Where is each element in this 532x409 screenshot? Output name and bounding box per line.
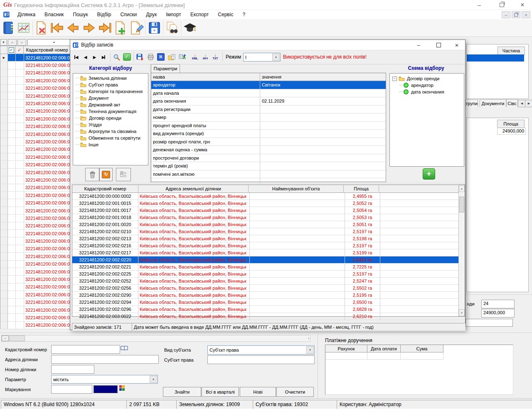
table-row[interactable]: 3221481200:02:006:0 [0, 299, 71, 306]
inv-export-button[interactable]: ↓ІНЧ [201, 52, 210, 62]
mark-cell[interactable] [16, 92, 24, 99]
tree-item[interactable]: Агрогрупи та сівозміна [73, 128, 148, 135]
param-row[interactable]: вид документа (оренди) [151, 130, 386, 138]
scroll-up-button[interactable]: ▲ [459, 185, 465, 192]
mark-cell[interactable] [16, 176, 24, 183]
table-row[interactable]: 3221481200:02:006:0 [0, 261, 71, 268]
row-height-button-1[interactable]: = [8, 39, 17, 46]
action-button-0[interactable]: Знайти [163, 387, 201, 397]
report-button[interactable]: R [157, 52, 165, 62]
table-row[interactable]: 3221481200:02:006:0 [0, 108, 71, 115]
mark-column-header[interactable]: ✓ [15, 46, 24, 54]
check-cell[interactable] [8, 245, 16, 252]
check-cell[interactable] [8, 291, 16, 298]
mark-cell[interactable] [16, 192, 24, 199]
table-row[interactable]: 3221481200:02:006:0 [0, 161, 71, 168]
scheme-item[interactable]: дата окончания [390, 89, 464, 95]
tabs-scroll-right-button[interactable]: ▶ [525, 100, 532, 107]
mark-cell[interactable] [16, 268, 24, 275]
result-row[interactable]: 3221481200:02:002:0216Київська область, … [72, 242, 465, 249]
hscroll-thumb[interactable] [9, 335, 25, 341]
check-cell[interactable] [8, 153, 16, 160]
result-row[interactable]: 3221481200:02:001:0020Київська область, … [72, 221, 465, 228]
add-scheme-item-button[interactable]: + [423, 168, 435, 180]
table-row[interactable]: 3221481200:02:006:0 [0, 230, 71, 237]
table-row[interactable]: 3221481200:02:006:0 [0, 115, 71, 123]
filter-dropdown-button[interactable]: ▼ [0, 39, 7, 46]
menu-item-3[interactable]: Відбір [93, 10, 116, 19]
payment-cell[interactable] [401, 352, 443, 360]
address-input[interactable] [51, 355, 159, 364]
table-row[interactable]: 3221481200:02:006:0 [0, 207, 71, 214]
param-row[interactable]: термін дії (років) [151, 162, 386, 170]
mark-cell[interactable] [16, 146, 24, 153]
orenda-count-field[interactable]: 24 [481, 300, 515, 308]
check-cell[interactable] [8, 199, 16, 206]
mark-cell[interactable] [16, 108, 24, 115]
param-value[interactable] [260, 170, 386, 178]
param-row[interactable]: дата окончания02.11.2029 [151, 97, 386, 106]
dialog-maximize-button[interactable] [433, 41, 444, 49]
bottom-hscrollbar[interactable]: ‹ › [1, 335, 310, 342]
param-value[interactable] [260, 162, 386, 170]
mdi-close-button[interactable]: × [522, 11, 530, 18]
table-row[interactable]: 3221481200:02:006:0 [0, 268, 71, 276]
menu-item-0[interactable]: Ділянка [13, 10, 40, 19]
table-row[interactable]: 3221481200:02:006:0 [0, 222, 71, 230]
mark-cell[interactable] [16, 184, 24, 191]
collapse-icon[interactable]: − [392, 76, 397, 81]
check-cell[interactable] [8, 306, 16, 313]
close-button[interactable]: × [516, 0, 529, 10]
mark-cell[interactable] [16, 322, 24, 329]
result-row[interactable]: 3221481200:02:001:0017Київська область, … [72, 207, 465, 214]
mark-cell[interactable] [16, 169, 24, 176]
dialog-close-button[interactable]: × [451, 41, 463, 49]
marking-palette-button[interactable] [119, 385, 125, 392]
clear-selection-button[interactable] [85, 168, 99, 181]
check-cell[interactable] [8, 77, 16, 84]
parcel-number-input[interactable] [51, 365, 94, 374]
table-row[interactable]: 3221481200:02:006:0 [0, 199, 71, 207]
edit-record-button[interactable] [128, 20, 144, 36]
table-row[interactable]: 3221481200:02:006:0 [0, 276, 71, 283]
mark-cell[interactable] [16, 283, 24, 291]
next-record-button[interactable]: ▶ [90, 52, 99, 62]
last-record-button[interactable] [97, 20, 113, 36]
table-row[interactable]: 3221481200:02:006:0 [0, 153, 71, 161]
mark-cell[interactable] [16, 222, 24, 229]
param-row[interactable]: денежная оценка - сумма [151, 146, 386, 154]
menu-item-8[interactable]: Сервіс [213, 10, 238, 19]
mark-cell[interactable] [16, 299, 24, 306]
tree-item[interactable]: Договір оренди [73, 115, 148, 121]
save-button[interactable] [146, 20, 162, 36]
mark-cell[interactable] [16, 230, 24, 237]
hscroll-right-button[interactable]: › [308, 336, 309, 340]
param-row[interactable]: дата регистрации [151, 106, 386, 114]
result-row[interactable]: 3221481200:00:000:0002Київська область, … [72, 193, 465, 200]
tab-fragment-1[interactable]: Документи [480, 99, 506, 107]
action-button-3[interactable]: Очистити [276, 387, 314, 397]
table-row[interactable]: 3221481200:02:006:0 [0, 176, 71, 184]
table-row[interactable]: ▶3221481200:02:006:0 [0, 54, 71, 62]
param-value[interactable] [260, 106, 386, 113]
mark-cell[interactable] [16, 237, 24, 244]
mode-combobox[interactable]: І ▼ [243, 53, 281, 62]
param-row[interactable]: помічені зел.міткою [151, 170, 386, 179]
dropdown-icon[interactable]: ▼ [150, 376, 157, 383]
table-row[interactable]: 3221481200:02:006:0 [0, 306, 71, 314]
prev-record-button[interactable] [65, 20, 81, 36]
parameter-combobox[interactable]: містить ▼ [51, 375, 158, 384]
table-row[interactable]: 3221481200:02:006:0 [0, 92, 71, 100]
mark-cell[interactable] [16, 291, 24, 298]
table-row[interactable]: 3221481200:02:006:0 [0, 138, 71, 145]
action-button-1[interactable]: Всі в кварталі [202, 387, 239, 397]
check-cell[interactable] [8, 138, 16, 145]
payment-cell[interactable] [367, 352, 401, 360]
dropdown-icon[interactable]: ▼ [306, 346, 314, 354]
mark-cell[interactable] [16, 245, 24, 252]
table-row[interactable]: 3221481200:02:006:0 [0, 245, 71, 253]
txt-export-button[interactable]: ↓TXT [211, 52, 220, 62]
mark-cell[interactable] [16, 100, 24, 107]
tree-item[interactable]: Документ [73, 95, 148, 101]
check-cell[interactable] [8, 62, 16, 69]
